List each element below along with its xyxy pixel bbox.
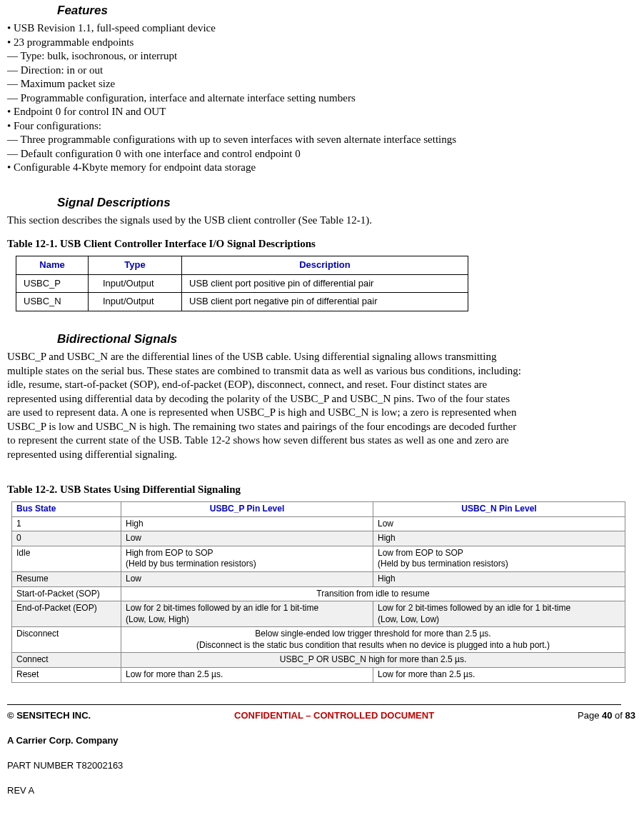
cell-p-level: Low [121,531,373,546]
cell-bus-state: Resume [12,571,121,586]
cell-type: Input/Output [89,274,182,293]
cell-bus-state: Disconnect [12,627,121,653]
feature-line: — Programmable configuration, interface … [7,91,521,106]
cell-p-level: High [121,516,373,531]
feature-line: • 23 programmable endpoints [7,36,521,50]
th-description: Description [182,256,468,274]
cell-span: USBC_P OR USBC_N high for more than 2.5 … [121,653,625,668]
cell-p-level: High from EOP to SOP(Held by bus termina… [121,546,373,571]
cell-name: USBC_P [16,274,89,293]
feature-line: — Three programmable configurations with… [7,133,521,147]
cell-span: Transition from idle to resume [121,586,625,601]
table-row: ConnectUSBC_P OR USBC_N high for more th… [12,653,625,668]
cell-span: Below single-ended low trigger threshold… [121,627,625,653]
feature-line: — Default configuration 0 with one inter… [7,147,521,161]
footer-copyright: © SENSITECH INC. [7,710,91,722]
cell-bus-state: Start-of-Packet (SOP) [12,586,121,601]
th-bus-state: Bus State [12,501,121,516]
feature-line: • Endpoint 0 for control IN and OUT [7,105,521,119]
table-row: IdleHigh from EOP to SOP(Held by bus ter… [12,546,625,571]
page-total: 83 [625,710,635,721]
footer-row: © SENSITECH INC. CONFIDENTIAL – CONTROLL… [7,710,635,722]
table-row: USBC_NInput/OutputUSB client port negati… [16,293,468,311]
cell-type: Input/Output [89,293,182,311]
heading-features: Features [57,3,637,19]
cell-p-level: Low for more than 2.5 µs. [121,668,373,683]
cell-n-level: Low for more than 2.5 µs. [373,668,625,683]
table-row: End-of-Packet (EOP)Low for 2 bit-times f… [12,601,625,627]
features-list: • USB Revision 1.1, full-speed compliant… [7,21,637,175]
footer-page: Page 40 of 83 [578,710,635,722]
cell-n-level: High [373,531,625,546]
heading-signal-descriptions: Signal Descriptions [57,195,637,211]
cell-desc: USB client port positive pin of differen… [182,274,468,293]
cell-n-level: Low from EOP to SOP(Held by bus terminat… [373,546,625,571]
cell-bus-state: Reset [12,668,121,683]
table-row: DisconnectBelow single-ended low trigger… [12,627,625,653]
feature-line: • Configurable 4-Kbyte memory for endpoi… [7,161,521,175]
feature-line: — Maximum packet size [7,77,521,91]
page-prefix: Page [578,710,602,721]
feature-line: • Four configurations: [7,119,521,134]
table-row: ResumeLowHigh [12,571,625,586]
th-type: Type [89,256,182,274]
table-12-1: Name Type Description USBC_PInput/Output… [16,256,468,312]
cell-bus-state: End-of-Packet (EOP) [12,601,121,627]
footer-separator [7,704,621,705]
cell-n-level: High [373,571,625,586]
table-row: 1HighLow [12,516,625,531]
footer-company: A Carrier Corp. Company [7,735,637,747]
cell-bus-state: 0 [12,531,121,546]
cell-bus-state: Idle [12,546,121,571]
cell-p-level: Low [121,571,373,586]
cell-n-level: Low for 2 bit-times followed by an idle … [373,601,625,627]
cell-bus-state: 1 [12,516,121,531]
page-num: 40 [602,710,612,721]
cell-bus-state: Connect [12,653,121,668]
table-row: USBC_PInput/OutputUSB client port positi… [16,274,468,293]
feature-line: • USB Revision 1.1, full-speed compliant… [7,21,521,36]
table-12-1-caption: Table 12-1. USB Client Controller Interf… [7,237,637,251]
th-usbc-p-level: USBC_P Pin Level [121,501,373,516]
footer-confidential: CONFIDENTIAL – CONTROLLED DOCUMENT [234,710,434,722]
feature-line: — Type: bulk, isochronous, or interrupt [7,49,521,64]
cell-desc: USB client port negative pin of differen… [182,293,468,311]
th-usbc-n-level: USBC_N Pin Level [373,501,625,516]
page-of: of [612,710,625,721]
table-12-2: Bus State USBC_P Pin Level USBC_N Pin Le… [11,501,625,683]
feature-line: — Direction: in or out [7,64,521,78]
th-name: Name [16,256,89,274]
bidirectional-paragraph: USBC_P and USBC_N are the differential l… [7,350,521,461]
cell-name: USBC_N [16,293,89,311]
table-row: 0LowHigh [12,531,625,546]
table-row: ResetLow for more than 2.5 µs.Low for mo… [12,668,625,683]
cell-p-level: Low for 2 bit-times followed by an idle … [121,601,373,627]
table-12-2-caption: Table 12-2. USB States Using Differentia… [7,483,637,497]
footer-part-number: PART NUMBER T82002163 [7,760,637,772]
cell-n-level: Low [373,516,625,531]
signal-intro: This section describes the signals used … [7,214,521,228]
footer-rev: REV A [7,785,637,797]
table-row: Start-of-Packet (SOP)Transition from idl… [12,586,625,601]
heading-bidirectional-signals: Bidirectional Signals [57,331,637,347]
